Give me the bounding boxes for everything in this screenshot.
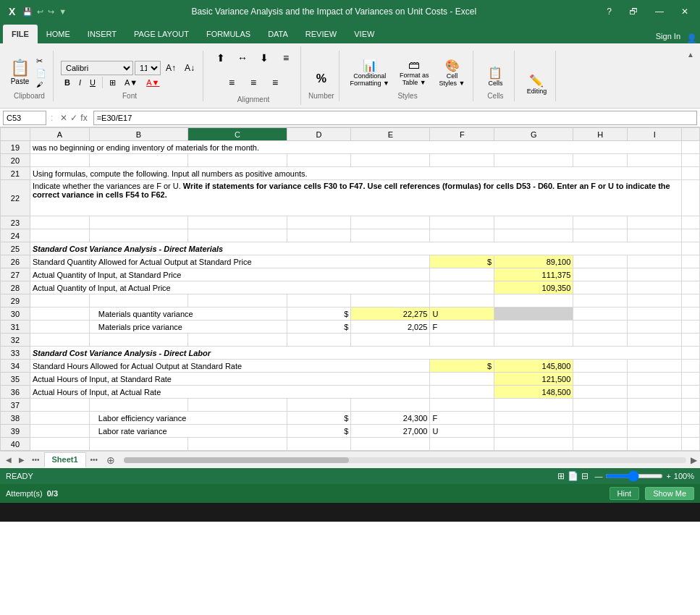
col-header-e[interactable]: E (351, 128, 430, 141)
col-header-d[interactable]: D (287, 128, 351, 141)
redo-icon[interactable]: ↪ (48, 7, 54, 17)
cell-28-a[interactable]: Actual Quantity of Input, at Actual Pric… (30, 281, 430, 294)
cell-34-h[interactable] (573, 360, 628, 373)
cell-26-i[interactable] (628, 255, 682, 268)
insert-function-icon[interactable]: fx (80, 113, 87, 123)
col-header-b[interactable]: B (89, 128, 187, 141)
align-middle-button[interactable]: ↔ (232, 48, 253, 68)
col-header-g[interactable]: G (494, 128, 573, 141)
cell-27-i[interactable] (628, 268, 682, 281)
cell-30-g[interactable] (494, 308, 573, 321)
show-me-button[interactable]: Show Me (645, 487, 694, 500)
close-button[interactable]: ✕ (675, 5, 694, 18)
cell-19-a[interactable]: was no beginning or ending inventory of … (30, 141, 681, 154)
cell-25-a[interactable]: Standard Cost Variance Analysis - Direct… (30, 242, 681, 255)
cell-28-f[interactable] (430, 281, 494, 294)
cell-27-f[interactable] (430, 268, 494, 281)
spreadsheet-area[interactable]: A B C D E F G H I 19 was no beginning or… (0, 127, 700, 451)
scroll-right-button[interactable]: ▶ (691, 455, 697, 465)
minimize-button[interactable]: — (649, 5, 670, 18)
cell-38-i[interactable] (628, 412, 682, 425)
cut-button[interactable]: ✂ (34, 56, 49, 67)
cell-34-f[interactable]: $ (430, 360, 494, 373)
cell-31-f[interactable]: F (430, 321, 494, 334)
hint-button[interactable]: Hint (610, 487, 640, 500)
horizontal-scrollbar[interactable] (121, 457, 689, 463)
cell-28-g[interactable]: 109,350 (494, 281, 573, 294)
cell-38-e[interactable]: 24,300 (351, 412, 430, 425)
underline-button[interactable]: U (86, 77, 99, 88)
tab-file[interactable]: FILE (3, 25, 38, 43)
cell-24-b[interactable] (89, 229, 187, 242)
cell-38-a[interactable] (30, 412, 89, 425)
cell-24-g[interactable] (494, 229, 573, 242)
cell-28-i[interactable] (628, 281, 682, 294)
align-top-button[interactable]: ⬆ (211, 48, 231, 68)
sheet-nav-right[interactable]: ▶ (16, 456, 28, 464)
italic-button[interactable]: I (75, 77, 85, 88)
cell-30-d[interactable]: $ (287, 308, 351, 321)
confirm-formula-icon[interactable]: ✓ (70, 113, 77, 123)
cell-23-g[interactable] (494, 216, 573, 229)
cell-23-f[interactable] (430, 216, 494, 229)
cell-31-d[interactable]: $ (287, 321, 351, 334)
cell-28-h[interactable] (573, 281, 628, 294)
cell-23-e[interactable] (351, 216, 430, 229)
cell-20-a[interactable] (30, 154, 89, 167)
cell-31-e[interactable]: 2,025 (351, 321, 430, 334)
save-icon[interactable]: 💾 (22, 7, 33, 17)
font-name-select[interactable]: Calibri (61, 61, 133, 75)
align-right-button[interactable]: ≡ (265, 72, 285, 93)
cell-36-a[interactable]: Actual Hours of Input, at Actual Rate (30, 386, 430, 399)
cell-26-g[interactable]: 89,100 (494, 255, 573, 268)
tab-home[interactable]: HOME (38, 25, 79, 43)
cell-20-i[interactable] (628, 154, 682, 167)
cell-39-b[interactable]: Labor rate variance (89, 425, 287, 438)
add-sheet-button[interactable]: ⊕ (102, 454, 119, 466)
cell-24-c[interactable] (188, 229, 287, 242)
increase-font-button[interactable]: A↑ (162, 62, 180, 75)
cell-36-h[interactable] (573, 386, 628, 399)
fill-color-button[interactable]: A▼ (121, 77, 141, 88)
cell-30-i[interactable] (628, 308, 682, 321)
cells-button[interactable]: 📋 Cells (481, 64, 510, 89)
cell-21-a[interactable]: Using formulas, compute the following. I… (30, 167, 681, 180)
cell-24-d[interactable] (287, 229, 351, 242)
cell-24-e[interactable] (351, 229, 430, 242)
cell-39-a[interactable] (30, 425, 89, 438)
cell-31-h[interactable] (573, 321, 628, 334)
editing-button[interactable]: ✏️ Editing (522, 72, 551, 97)
cell-30-h[interactable] (573, 308, 628, 321)
restore-button[interactable]: 🗗 (623, 5, 644, 18)
cell-38-g[interactable] (494, 412, 573, 425)
cell-31-g[interactable] (494, 321, 573, 334)
cell-20-e[interactable] (351, 154, 430, 167)
undo-icon[interactable]: ↩ (37, 7, 43, 17)
cell-23-d[interactable] (287, 216, 351, 229)
cell-31-i[interactable] (628, 321, 682, 334)
cell-39-i[interactable] (628, 425, 682, 438)
cell-35-i[interactable] (628, 373, 682, 386)
cell-34-g[interactable]: 145,800 (494, 360, 573, 373)
cell-36-i[interactable] (628, 386, 682, 399)
font-size-select[interactable]: 11 (135, 61, 161, 75)
cell-30-e[interactable]: 22,275 (351, 308, 430, 321)
cell-23-b[interactable] (89, 216, 187, 229)
cell-39-e[interactable]: 27,000 (351, 425, 430, 438)
cell-23-c[interactable] (188, 216, 287, 229)
bold-button[interactable]: B (61, 77, 74, 88)
tab-page-layout[interactable]: PAGE LAYOUT (125, 25, 198, 43)
sheet-nav-left[interactable]: ◀ (3, 456, 14, 464)
cell-31-b[interactable]: Materials price variance (89, 321, 287, 334)
cell-20-g[interactable] (494, 154, 573, 167)
tab-formulas[interactable]: FORMULAS (198, 25, 259, 43)
align-bottom-button[interactable]: ⬇ (254, 48, 274, 68)
zoom-in-button[interactable]: + (666, 472, 670, 480)
cell-30-b[interactable]: Materials quantity variance (89, 308, 287, 321)
border-button[interactable]: ⊞ (106, 77, 119, 89)
cell-38-d[interactable]: $ (287, 412, 351, 425)
zoom-slider[interactable] (605, 474, 663, 478)
cell-27-a[interactable]: Actual Quantity of Input, at Standard Pr… (30, 268, 430, 281)
zoom-out-button[interactable]: — (594, 472, 602, 480)
format-as-table-button[interactable]: 🗃 Format asTable ▼ (396, 56, 433, 88)
